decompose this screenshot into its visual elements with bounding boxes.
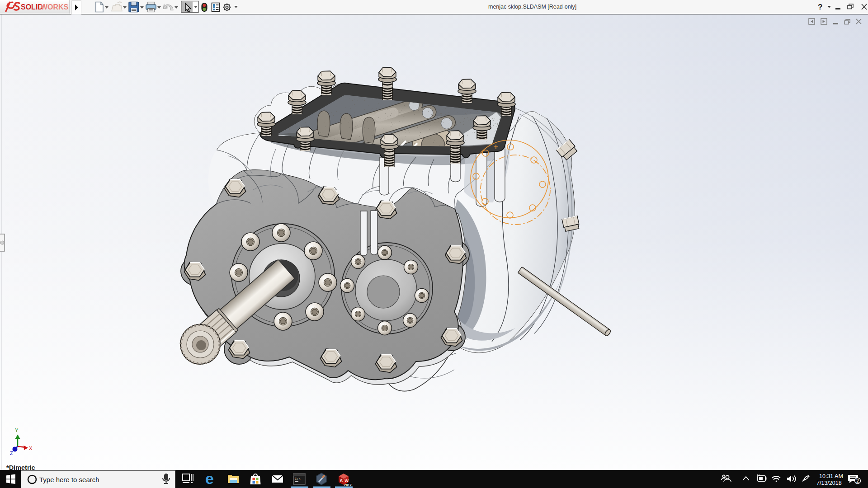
svg-text:C:\: C:\ [295, 477, 301, 481]
svg-text:SOLID: SOLID [21, 3, 43, 11]
svg-text:W: W [345, 479, 349, 483]
svg-text:2: 2 [856, 478, 859, 483]
svg-text:Y: Y [15, 427, 19, 433]
svg-text:10:31 AM: 10:31 AM [819, 473, 843, 479]
svg-text:?: ? [818, 3, 822, 11]
svg-text:*Dimetric: *Dimetric [6, 464, 35, 470]
svg-text:X: X [29, 446, 33, 451]
svg-text:e: e [205, 470, 214, 487]
svg-text:7/13/2018: 7/13/2018 [816, 480, 842, 486]
svg-text:S: S [340, 479, 343, 483]
svg-text:Z: Z [10, 450, 13, 456]
svg-text:WORKS: WORKS [41, 3, 69, 11]
